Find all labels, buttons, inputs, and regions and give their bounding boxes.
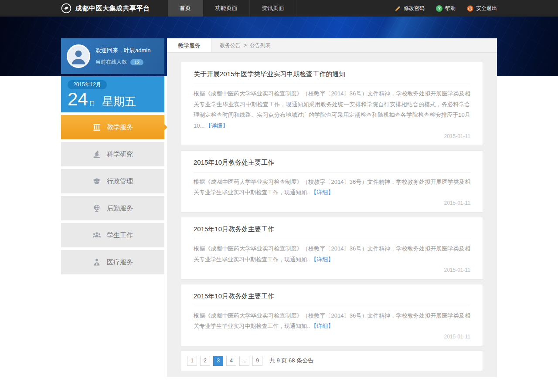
day-number: 24 xyxy=(68,89,88,109)
sidebar-item-medical-service[interactable]: 医疗服务 xyxy=(61,250,164,274)
announcement-card: 关于开展2015年医学类毕业实习中期检查工作的通知 根据《成都中医药大学毕业实习… xyxy=(181,62,483,146)
weekday: 星期五 xyxy=(102,94,136,109)
user-card: 欢迎回来，叶辰admin 当前在线人数 12 xyxy=(61,38,164,74)
pagination: 1 2 3 4 ... 9 共 9 页 68 条公告 xyxy=(181,351,483,371)
globe-icon xyxy=(92,204,101,213)
logout-link[interactable]: 安全退出 xyxy=(467,5,497,12)
announcement-excerpt: 根据《成都中医药大学毕业实习检查制度》（校教字〔2014〕36号）文件精神，学校… xyxy=(194,243,470,265)
detail-link[interactable]: 【详细】 xyxy=(311,256,333,263)
announcement-title[interactable]: 关于开展2015年医学类毕业实习中期检查工作的通知 xyxy=(194,70,470,84)
welcome-message: 欢迎回来，叶辰admin xyxy=(95,47,150,54)
sidebar: 欢迎回来，叶辰admin 当前在线人数 12 2015年12月 24 日 星期五 xyxy=(61,38,164,274)
avatar xyxy=(67,44,90,68)
column-icon xyxy=(92,123,101,132)
medical-icon xyxy=(92,258,101,267)
power-icon xyxy=(467,5,473,12)
page-button-4[interactable]: 4 xyxy=(226,356,236,366)
online-count-label: 当前在线人数 xyxy=(95,58,127,66)
online-count-badge: 12 xyxy=(130,59,143,65)
month-pill: 2015年12月 xyxy=(68,80,107,89)
graduation-cap-icon xyxy=(92,177,101,186)
sidebar-item-label: 行政管理 xyxy=(107,177,133,186)
detail-link[interactable]: 【详细】 xyxy=(311,323,333,329)
announcement-card: 2015年10月教务处主要工作 根据《成都中医药大学毕业实习检查制度》（校教字〔… xyxy=(181,150,483,213)
announcement-excerpt: 根据《成都中医药大学毕业实习检查制度》（校教字〔2014〕36号）文件精神，学校… xyxy=(194,88,470,132)
sidebar-item-logistics-service[interactable]: 后勤服务 xyxy=(61,196,164,220)
sidebar-item-label: 教学服务 xyxy=(107,123,133,132)
breadcrumb-current: 公告列表 xyxy=(250,38,271,53)
announcement-date: 2015-01-11 xyxy=(194,200,470,207)
top-header: 成都中医大集成共享平台 首页 功能页面 资讯页面 修改密码 ? 帮助 xyxy=(0,0,558,17)
sidebar-item-teaching-service[interactable]: 教学服务 xyxy=(61,115,164,139)
main-content: 教学服务 教务公告 > 公告列表 关于开展2015年医学类毕业实习中期检查工作的… xyxy=(167,38,497,377)
announcement-title[interactable]: 2015年10月教务处主要工作 xyxy=(194,159,470,172)
microscope-icon xyxy=(92,150,101,159)
top-actions: 修改密码 ? 帮助 安全退出 xyxy=(395,0,497,17)
breadcrumb-separator: > xyxy=(244,38,247,53)
sidebar-item-student-affairs[interactable]: 学生工作 xyxy=(61,223,164,247)
pencil-icon xyxy=(395,5,401,12)
pagination-summary: 共 9 页 68 条公告 xyxy=(269,357,313,365)
sidebar-item-label: 医疗服务 xyxy=(107,258,133,267)
announcement-list: 关于开展2015年医学类毕业实习中期检查工作的通知 根据《成都中医药大学毕业实习… xyxy=(167,53,497,377)
sidebar-item-label: 后勤服务 xyxy=(107,204,133,213)
logout-label: 安全退出 xyxy=(476,5,497,12)
announcement-date: 2015-01-11 xyxy=(194,334,470,341)
help-link[interactable]: ? 帮助 xyxy=(436,5,456,12)
students-icon xyxy=(92,231,101,240)
tab-teaching-service[interactable]: 教学服务 xyxy=(167,38,212,52)
brand: 成都中医大集成共享平台 xyxy=(61,0,168,17)
app-logo-icon xyxy=(61,3,71,14)
breadcrumb: 教务公告 > 公告列表 xyxy=(220,38,271,52)
top-nav: 首页 功能页面 资讯页面 xyxy=(168,0,296,17)
detail-link[interactable]: 【详细】 xyxy=(311,189,333,196)
page-ellipsis: ... xyxy=(239,356,249,366)
date-card: 2015年12月 24 日 星期五 xyxy=(61,76,164,112)
announcement-card: 2015年10月教务处主要工作 根据《成都中医药大学毕业实习检查制度》（校教字〔… xyxy=(181,284,483,346)
page-button-3-active[interactable]: 3 xyxy=(213,356,223,366)
change-password-link[interactable]: 修改密码 xyxy=(395,5,425,12)
page-button-9[interactable]: 9 xyxy=(252,356,262,366)
nav-tab-news-pages[interactable]: 资讯页面 xyxy=(250,0,296,17)
sidebar-item-scientific-research[interactable]: 科学研究 xyxy=(61,142,164,166)
announcement-card: 2015年10月教务处主要工作 根据《成都中医药大学毕业实习检查制度》（校教字〔… xyxy=(181,217,483,279)
announcement-excerpt: 根据《成都中医药大学毕业实习检查制度》（校教字〔2014〕36号）文件精神，学校… xyxy=(194,177,470,198)
announcement-date: 2015-01-11 xyxy=(194,267,470,274)
announcement-date: 2015-01-11 xyxy=(194,133,470,140)
page-button-2[interactable]: 2 xyxy=(200,356,210,366)
announcement-excerpt-text: 根据《成都中医药大学毕业实习检查制度》（校教字〔2014〕36号）文件精神，学校… xyxy=(194,90,470,129)
nav-tab-home[interactable]: 首页 xyxy=(168,0,203,17)
announcement-title[interactable]: 2015年10月教务处主要工作 xyxy=(194,225,470,239)
sidebar-item-administration[interactable]: 行政管理 xyxy=(61,169,164,193)
day-unit: 日 xyxy=(89,100,95,108)
app-title: 成都中医大集成共享平台 xyxy=(75,4,150,13)
user-silhouette-icon xyxy=(68,46,89,67)
sidebar-item-label: 学生工作 xyxy=(107,231,133,240)
breadcrumb-section[interactable]: 教务公告 xyxy=(220,38,241,53)
nav-tab-function-pages[interactable]: 功能页面 xyxy=(203,0,250,17)
tab-bar: 教学服务 教务公告 > 公告列表 xyxy=(167,38,497,53)
page-button-1[interactable]: 1 xyxy=(187,356,197,366)
sidebar-item-label: 科学研究 xyxy=(107,150,133,159)
announcement-excerpt: 根据《成都中医药大学毕业实习检查制度》（校教字〔2014〕36号）文件精神，学校… xyxy=(194,311,470,332)
change-password-label: 修改密码 xyxy=(404,5,425,12)
detail-link[interactable]: 【详细】 xyxy=(205,122,228,129)
help-label: 帮助 xyxy=(445,5,456,12)
announcement-title[interactable]: 2015年10月教务处主要工作 xyxy=(194,292,470,306)
help-icon: ? xyxy=(436,5,442,12)
